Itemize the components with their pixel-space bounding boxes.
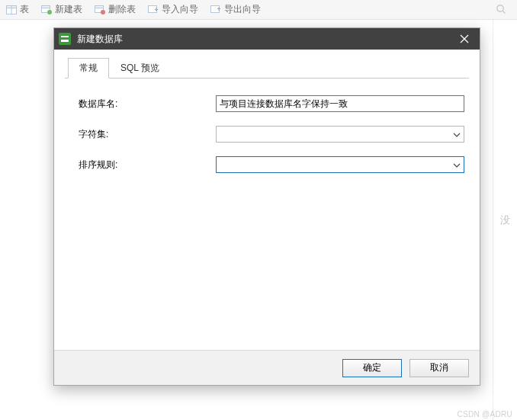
tab-general[interactable]: 常规 [68, 58, 109, 79]
toolbar-new-table[interactable]: 新建表 [35, 0, 88, 19]
right-sidebar-hint: 没 [500, 213, 510, 227]
import-icon [148, 5, 159, 14]
svg-point-11 [497, 5, 503, 11]
new-table-icon [41, 5, 52, 14]
table-icon [6, 5, 17, 14]
toolbar-export-wizard[interactable]: 导出向导 [204, 0, 267, 19]
svg-rect-10 [211, 5, 220, 12]
delete-table-icon [95, 5, 105, 14]
dialog-titlebar: 新建数据库 [54, 28, 480, 50]
toolbar-label: 新建表 [55, 3, 82, 16]
chevron-down-icon [453, 129, 461, 139]
label-collation: 排序规则: [79, 159, 216, 172]
select-collation[interactable] [216, 156, 464, 173]
chevron-down-icon [453, 159, 461, 170]
right-sidebar: 没 [493, 20, 517, 420]
svg-point-8 [101, 10, 105, 14]
svg-rect-9 [149, 5, 157, 12]
export-icon [210, 5, 221, 14]
toolbar-label: 导入向导 [162, 3, 198, 16]
dialog-title: 新建数据库 [77, 33, 123, 46]
row-charset: 字符集: [79, 126, 464, 143]
main-toolbar: 表 新建表 删除表 导入向导 导出向导 [0, 0, 517, 20]
cancel-button[interactable]: 取消 [409, 359, 469, 377]
dialog-footer: 确定 取消 [54, 350, 480, 385]
toolbar-label: 表 [20, 3, 29, 16]
search-icon[interactable] [496, 4, 506, 17]
toolbar-delete-table[interactable]: 删除表 [88, 0, 142, 19]
database-app-icon [59, 33, 71, 45]
svg-rect-7 [95, 5, 104, 8]
toolbar-label: 导出向导 [224, 3, 261, 16]
watermark: CSDN @ADRU [457, 410, 512, 418]
input-db-name[interactable] [216, 95, 464, 112]
tab-label: 常规 [79, 63, 98, 73]
toolbar-import-wizard[interactable]: 导入向导 [142, 0, 204, 19]
toolbar-table[interactable]: 表 [0, 0, 35, 19]
form-area: 数据库名: 字符集: 排序规则: [65, 79, 469, 187]
label-charset: 字符集: [79, 128, 216, 141]
toolbar-label: 删除表 [108, 3, 136, 16]
new-database-dialog: 新建数据库 常规 SQL 预览 数据库名: 字符集: [53, 27, 480, 386]
row-db-name: 数据库名: [79, 95, 464, 112]
row-collation: 排序规则: [79, 156, 464, 173]
label-db-name: 数据库名: [79, 98, 216, 111]
tab-label: SQL 预览 [120, 63, 159, 73]
svg-rect-4 [42, 5, 50, 8]
tab-strip: 常规 SQL 预览 [68, 59, 469, 79]
svg-point-5 [47, 10, 52, 14]
close-icon [460, 34, 469, 43]
close-button[interactable] [449, 28, 480, 50]
tab-sql-preview[interactable]: SQL 预览 [109, 58, 171, 79]
ok-button[interactable]: 确定 [342, 359, 402, 377]
select-charset[interactable] [216, 126, 464, 143]
svg-line-12 [503, 11, 505, 13]
dialog-body: 常规 SQL 预览 数据库名: 字符集: 排序 [54, 50, 480, 385]
